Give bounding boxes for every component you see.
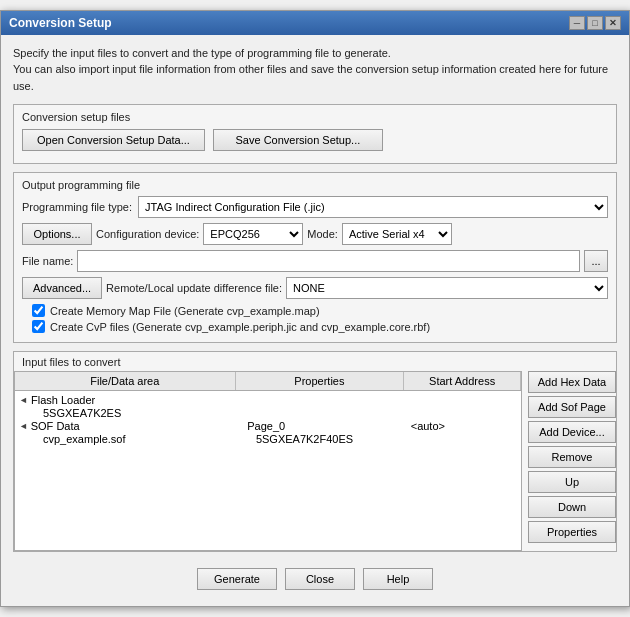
- sof-child-tree-row: cvp_example.sof 5SGXEA7K2F40ES: [43, 433, 521, 445]
- filename-row: File name: cvp_example.jic ...: [22, 250, 608, 272]
- tree-group-sof-header[interactable]: ◄ SOF Data Page_0 <auto>: [15, 419, 521, 433]
- intro-line2: You can also import input file informati…: [13, 61, 617, 94]
- th-file-area: File/Data area: [15, 372, 236, 390]
- open-conversion-button[interactable]: Open Conversion Setup Data...: [22, 129, 205, 151]
- create-cvp-label: Create CvP files (Generate cvp_example.p…: [50, 321, 430, 333]
- save-conversion-button[interactable]: Save Conversion Setup...: [213, 129, 383, 151]
- create-cvp-checkbox[interactable]: [32, 320, 45, 333]
- flash-child-props: [252, 407, 413, 419]
- window-title: Conversion Setup: [9, 16, 112, 30]
- file-name-input[interactable]: cvp_example.jic: [77, 250, 580, 272]
- flash-child-file: 5SGXEA7K2ES: [43, 407, 252, 419]
- flash-child-addr: [413, 407, 521, 419]
- th-start-address: Start Address: [404, 372, 521, 390]
- table-container: File/Data area Properties Start Address …: [14, 371, 616, 551]
- remote-local-select[interactable]: NONE: [286, 277, 608, 299]
- generate-button[interactable]: Generate: [197, 568, 277, 590]
- create-map-checkbox[interactable]: [32, 304, 45, 317]
- conversion-setup-files-group: Conversion setup files Open Conversion S…: [13, 104, 617, 164]
- sof-child-row: cvp_example.sof 5SGXEA7K2F40ES: [15, 433, 521, 445]
- sof-child-file: cvp_example.sof: [43, 433, 252, 445]
- sof-header-row: SOF Data Page_0 <auto>: [31, 420, 517, 432]
- mode-label: Mode:: [307, 228, 338, 240]
- setup-buttons-row: Open Conversion Setup Data... Save Conve…: [22, 129, 608, 151]
- main-window: Conversion Setup ─ □ ✕ Specify the input…: [0, 10, 630, 608]
- add-device-button[interactable]: Add Device...: [528, 421, 616, 443]
- sof-child-addr: [413, 433, 521, 445]
- tree-group-flash: ◄ Flash Loader 5SGXEA7K2ES: [15, 393, 521, 419]
- maximize-button[interactable]: □: [587, 16, 603, 30]
- advanced-row: Advanced... Remote/Local update differen…: [22, 277, 608, 299]
- output-section-label: Output programming file: [22, 179, 608, 191]
- programming-type-row: Programming file type: JTAG Indirect Con…: [22, 196, 608, 218]
- intro-text: Specify the input files to convert and t…: [13, 45, 617, 95]
- remove-button[interactable]: Remove: [528, 446, 616, 468]
- options-button[interactable]: Options...: [22, 223, 92, 245]
- checkbox1-row: Create Memory Map File (Generate cvp_exa…: [22, 304, 608, 317]
- help-button[interactable]: Help: [363, 568, 433, 590]
- config-device-select[interactable]: EPCQ256: [203, 223, 303, 245]
- table-header: File/Data area Properties Start Address: [15, 372, 521, 391]
- checkbox2-row: Create CvP files (Generate cvp_example.p…: [22, 320, 608, 333]
- properties-button[interactable]: Properties: [528, 521, 616, 543]
- close-button[interactable]: ✕: [605, 16, 621, 30]
- right-buttons-panel: Add Hex Data Add Sof Page Add Device... …: [522, 371, 616, 551]
- flash-arrow-icon: ◄: [19, 395, 31, 405]
- up-button[interactable]: Up: [528, 471, 616, 493]
- dialog-content: Specify the input files to convert and t…: [1, 35, 629, 607]
- input-section-label: Input files to convert: [14, 352, 616, 371]
- programming-file-select[interactable]: JTAG Indirect Configuration File (.jic): [138, 196, 608, 218]
- input-section: Input files to convert File/Data area Pr…: [13, 351, 617, 552]
- title-bar-buttons: ─ □ ✕: [569, 16, 621, 30]
- bottom-buttons: Generate Close Help: [13, 560, 617, 596]
- programming-file-label: Programming file type:: [22, 201, 132, 213]
- browse-button[interactable]: ...: [584, 250, 608, 272]
- down-button[interactable]: Down: [528, 496, 616, 518]
- sof-arrow-icon: ◄: [19, 421, 31, 431]
- intro-line1: Specify the input files to convert and t…: [13, 45, 617, 62]
- title-bar: Conversion Setup ─ □ ✕: [1, 11, 629, 35]
- advanced-button[interactable]: Advanced...: [22, 277, 102, 299]
- sof-group-props: Page_0: [243, 420, 406, 432]
- create-map-label: Create Memory Map File (Generate cvp_exa…: [50, 305, 320, 317]
- sof-group-name: SOF Data: [31, 420, 244, 432]
- add-hex-button[interactable]: Add Hex Data: [528, 371, 616, 393]
- mode-select[interactable]: Active Serial x4: [342, 223, 452, 245]
- flash-child-row: 5SGXEA7K2ES: [15, 407, 521, 419]
- sof-child-props: 5SGXEA7K2F40ES: [252, 433, 413, 445]
- th-properties: Properties: [236, 372, 405, 390]
- config-row: Options... Configuration device: EPCQ256…: [22, 223, 608, 245]
- tree-group-flash-header[interactable]: ◄ Flash Loader: [15, 393, 521, 407]
- table-body: ◄ Flash Loader 5SGXEA7K2ES: [15, 391, 521, 447]
- output-section: Output programming file Programming file…: [13, 172, 617, 343]
- flash-child-tree-row: 5SGXEA7K2ES: [43, 407, 521, 419]
- sof-group-addr: <auto>: [407, 420, 517, 432]
- remote-local-label: Remote/Local update difference file:: [106, 282, 282, 294]
- minimize-button[interactable]: ─: [569, 16, 585, 30]
- config-device-label: Configuration device:: [96, 228, 199, 240]
- tree-group-sof: ◄ SOF Data Page_0 <auto> cvp_example.sof: [15, 419, 521, 445]
- conversion-setup-label: Conversion setup files: [22, 111, 608, 123]
- close-button[interactable]: Close: [285, 568, 355, 590]
- flash-loader-label: Flash Loader: [31, 394, 95, 406]
- table-area: File/Data area Properties Start Address …: [14, 371, 522, 551]
- file-name-label: File name:: [22, 255, 73, 267]
- add-sof-button[interactable]: Add Sof Page: [528, 396, 616, 418]
